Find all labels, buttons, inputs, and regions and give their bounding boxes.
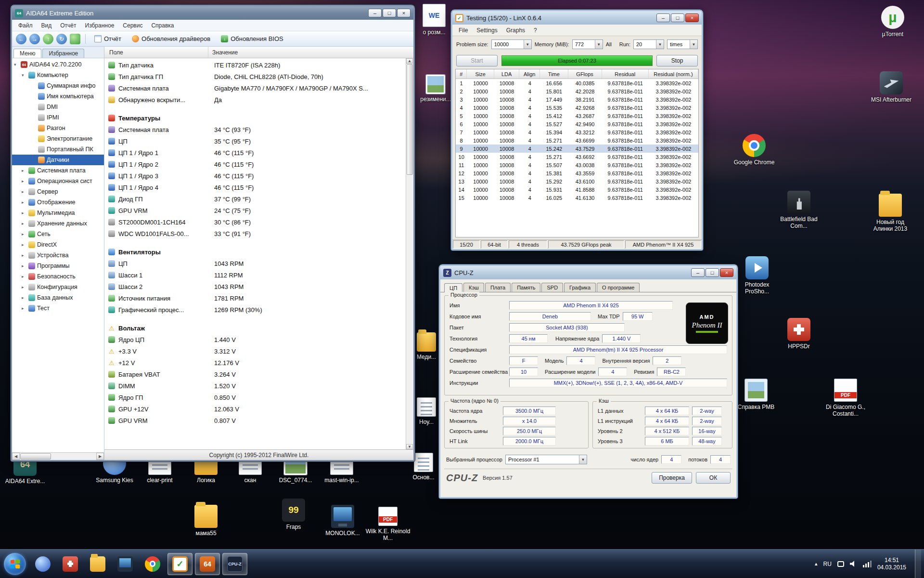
desktop-icon-wilk-pdf[interactable]: Wilk K.E. Reinold M...: [365, 507, 411, 541]
sensor-row[interactable]: Температуры: [104, 112, 406, 124]
cpuz-titlebar[interactable]: Z CPU-Z – □ ×: [440, 266, 736, 279]
sensor-row[interactable]: GPU VRM 24 °C (75 °F): [104, 205, 406, 216]
chevron-down-icon[interactable]: ▼: [595, 40, 603, 49]
taskbar-item-toolbox[interactable]: [58, 553, 83, 575]
column-header[interactable]: Align: [519, 69, 540, 79]
up-icon[interactable]: ↑: [43, 34, 53, 44]
minimize-button[interactable]: –: [368, 9, 382, 17]
table-row[interactable]: 12 10000 10008 4 15.381 43.3559 9.637818…: [456, 169, 698, 177]
chevron-down-icon[interactable]: ▼: [524, 40, 531, 49]
maximize-button[interactable]: □: [383, 9, 396, 17]
processor-select[interactable]: Processor #1 ▼: [505, 455, 587, 464]
tab[interactable]: Кэш: [463, 283, 484, 292]
tree-item[interactable]: ▸ Сервер: [12, 186, 104, 197]
tree-item[interactable]: Суммарная инфо: [12, 80, 104, 91]
run-unit-select[interactable]: times ▼: [667, 39, 698, 49]
run-count-select[interactable]: 20 ▼: [633, 39, 664, 49]
desktop-icon-google-chrome[interactable]: Google Chrome: [731, 134, 777, 166]
menu-item[interactable]: Сервис: [118, 21, 147, 30]
desktop-icon-newyear-folder[interactable]: Новый год Алинки 2013: [867, 194, 913, 232]
all-label[interactable]: All: [606, 41, 612, 47]
forward-icon[interactable]: →: [29, 34, 40, 44]
scroll-right-icon[interactable]: ▶: [96, 453, 104, 460]
content-vertical-scrollbar[interactable]: ▲ ▼: [406, 58, 413, 449]
sensor-row[interactable]: Обнаружено вскрыти... Да: [104, 94, 406, 105]
desktop-icon-photodex[interactable]: Photodex ProSho...: [734, 256, 780, 295]
sensor-row[interactable]: Системная плата Gigabyte MA770 / MA790FX…: [104, 82, 406, 94]
sidebar-tab[interactable]: Избранное: [42, 49, 84, 58]
tree-expander-icon[interactable]: ▸: [22, 179, 26, 184]
sensor-row[interactable]: ЦП 1043 RPM: [104, 258, 406, 269]
sensor-row[interactable]: Тип датчика ГП Diode, CHiL CHL8228 (ATI-…: [104, 71, 406, 82]
minimize-button[interactable]: –: [656, 13, 670, 22]
column-header-field[interactable]: Поле: [104, 47, 208, 58]
sensor-row[interactable]: ЦП 1 / Ядро 3 46 °C (115 °F): [104, 170, 406, 182]
scroll-left-icon[interactable]: ◀: [12, 453, 20, 460]
tab[interactable]: Память: [512, 283, 540, 292]
table-row[interactable]: 13 10000 10008 4 15.292 43.6100 9.637818…: [456, 177, 698, 185]
desktop-icon-utorrent[interactable]: µ µTorrent: [870, 6, 916, 38]
tree-expander-icon[interactable]: ▸: [22, 200, 26, 205]
column-header[interactable]: #: [456, 69, 467, 79]
panels-icon[interactable]: [70, 34, 80, 44]
tree-expander-icon[interactable]: ▾: [14, 62, 19, 67]
sidebar-tab[interactable]: Меню: [13, 49, 41, 58]
desktop-icon-mama55[interactable]: мама55: [183, 505, 229, 537]
tree-expander-icon[interactable]: ▸: [22, 285, 26, 289]
sensor-row[interactable]: Тип датчика ITE IT8720F (ISA 228h): [104, 59, 406, 71]
chevron-down-icon[interactable]: ▼: [579, 455, 587, 464]
desktop-icon-msi-afterburner[interactable]: MSI Afterburner: [868, 71, 914, 103]
table-row[interactable]: 2 10000 10008 4 15.801 42.2028 9.637818e…: [456, 87, 698, 95]
table-row[interactable]: 10 10000 10008 4 15.271 43.6692 9.637818…: [456, 153, 698, 161]
sensor-row[interactable]: Шасси 2 1043 RPM: [104, 281, 406, 292]
desktop-icon-battlefield[interactable]: Battlefield Bad Com...: [776, 191, 822, 229]
tree-item[interactable]: ▸ DirectX: [12, 239, 104, 250]
table-row[interactable]: 3 10000 10008 4 17.449 38.2191 9.637818e…: [456, 95, 698, 104]
column-header[interactable]: LDA: [494, 69, 520, 79]
taskbar-item-cpuz[interactable]: CPU-Z: [222, 553, 247, 575]
language-indicator[interactable]: RU: [823, 561, 832, 567]
tree-expander-icon[interactable]: ▸: [22, 221, 26, 226]
tree-item[interactable]: Портативный ПК: [12, 144, 104, 155]
menu-item[interactable]: Settings: [472, 26, 501, 35]
sensor-row[interactable]: [104, 239, 406, 246]
table-row[interactable]: 6 10000 10008 4 15.527 42.9490 9.637818e…: [456, 120, 698, 128]
tree-item[interactable]: Разгон: [12, 123, 104, 133]
tree-item[interactable]: DMI: [12, 102, 104, 112]
maximize-button[interactable]: □: [706, 268, 719, 277]
taskbar-item-app[interactable]: [30, 553, 55, 575]
network-icon[interactable]: [863, 561, 872, 567]
tab[interactable]: О программе: [597, 283, 640, 292]
hidden-icons-chevron-icon[interactable]: ▴: [815, 561, 818, 567]
table-row[interactable]: 4 10000 10008 4 15.535 42.9268 9.637818e…: [456, 104, 698, 112]
menu-item[interactable]: Graphs: [502, 26, 529, 35]
minimize-button[interactable]: –: [691, 268, 705, 277]
sensor-row[interactable]: Шасси 1 1112 RPM: [104, 269, 406, 281]
table-row[interactable]: 14 10000 10008 4 15.931 41.8588 9.637818…: [456, 185, 698, 194]
volume-icon[interactable]: [850, 561, 857, 567]
sensor-row[interactable]: +3.3 V 3.312 V: [104, 345, 406, 357]
close-button[interactable]: ×: [720, 268, 733, 277]
sensor-row[interactable]: WDC WD1001FALS-00... 33 °C (91 °F): [104, 228, 406, 239]
desktop-icon-hppsdr[interactable]: HPPSDr: [776, 318, 822, 350]
scroll-down-icon[interactable]: ▼: [406, 444, 413, 449]
verify-button[interactable]: Проверка: [652, 472, 692, 484]
clock[interactable]: 14:51 04.03.2015: [877, 557, 906, 571]
action-center-icon[interactable]: [837, 561, 844, 567]
tree-item[interactable]: IPMI: [12, 112, 104, 123]
tree-expander-icon[interactable]: ▸: [22, 210, 26, 215]
scrollbar-thumb[interactable]: [20, 453, 51, 460]
tree-expander-icon[interactable]: ▸: [22, 274, 26, 279]
tree-item[interactable]: ▸ Конфигурация: [12, 282, 104, 292]
tree-expander-icon[interactable]: ▸: [22, 306, 26, 311]
toolbar-button[interactable]: Обновления BIOS: [217, 34, 287, 44]
tree-expander-icon[interactable]: ▸: [22, 232, 26, 236]
desktop-icon-worozm[interactable]: WE о розм...: [411, 4, 457, 36]
table-row[interactable]: 9 10000 10008 4 15.242 43.7529 9.637818e…: [456, 144, 698, 153]
menu-item[interactable]: Справка: [147, 21, 178, 30]
tree-item[interactable]: ▸ Мультимедиа: [12, 208, 104, 218]
tree-item[interactable]: Электропитание: [12, 133, 104, 144]
tab[interactable]: SPD: [541, 283, 563, 292]
tree-expander-icon[interactable]: ▾: [22, 73, 26, 78]
tree-item[interactable]: ▸ Программы: [12, 261, 104, 271]
